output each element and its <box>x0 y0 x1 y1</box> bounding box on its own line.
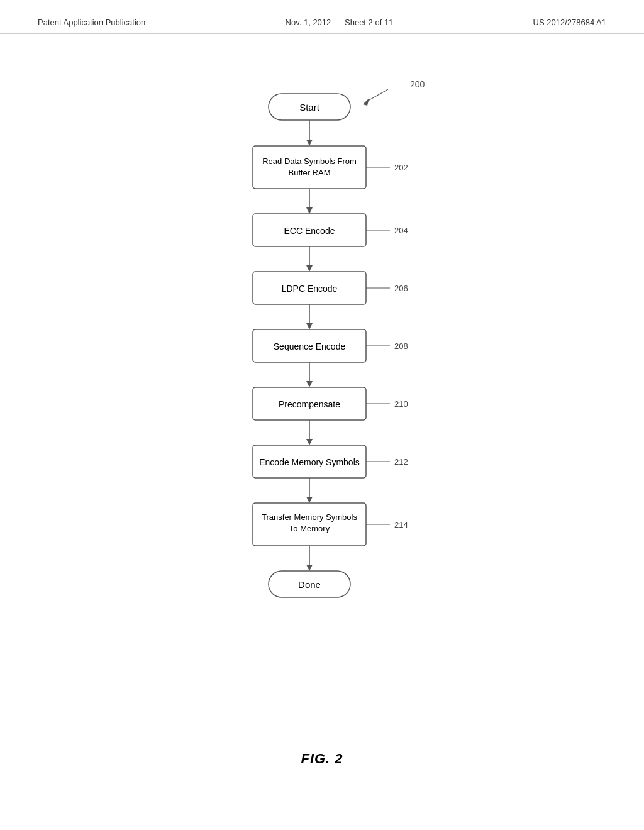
svg-marker-37 <box>306 439 313 445</box>
svg-marker-19 <box>306 265 313 272</box>
svg-text:Start: Start <box>299 102 320 113</box>
svg-marker-13 <box>306 208 313 214</box>
svg-text:Done: Done <box>298 579 321 590</box>
svg-marker-31 <box>306 381 313 387</box>
svg-text:Read Data Symbols From: Read Data Symbols From <box>262 157 357 166</box>
page-header: Patent Application Publication Nov. 1, 2… <box>0 0 644 34</box>
figure-label: FIG. 2 <box>301 751 343 767</box>
svg-text:212: 212 <box>394 457 408 467</box>
svg-marker-2 <box>363 98 369 106</box>
svg-text:ECC Encode: ECC Encode <box>284 226 335 236</box>
header-patent-number: US 2012/278684 A1 <box>533 18 606 27</box>
svg-text:Precompensate: Precompensate <box>279 399 340 409</box>
svg-rect-7 <box>253 146 366 189</box>
header-date-sheet: Nov. 1, 2012 Sheet 2 of 11 <box>286 18 394 27</box>
header-publication: Patent Application Publication <box>38 18 145 27</box>
svg-text:Buffer RAM: Buffer RAM <box>289 168 331 177</box>
svg-text:200: 200 <box>410 79 425 89</box>
svg-text:206: 206 <box>394 284 408 293</box>
svg-text:Encode Memory Symbols: Encode Memory Symbols <box>259 457 360 467</box>
svg-text:Sequence Encode: Sequence Encode <box>274 341 346 351</box>
svg-text:To Memory: To Memory <box>289 524 330 533</box>
svg-text:208: 208 <box>394 341 408 351</box>
svg-marker-50 <box>306 565 313 571</box>
svg-text:204: 204 <box>394 226 408 235</box>
svg-marker-25 <box>306 323 313 329</box>
svg-marker-6 <box>306 140 313 146</box>
header-date: Nov. 1, 2012 <box>286 18 331 27</box>
header-sheet: Sheet 2 of 11 <box>345 18 393 27</box>
svg-text:210: 210 <box>394 399 408 409</box>
diagram-area: 200 Start Read Data Symbols From Buffer … <box>0 34 644 792</box>
svg-text:LDPC Encode: LDPC Encode <box>282 284 338 294</box>
svg-line-1 <box>366 89 388 102</box>
svg-text:202: 202 <box>394 163 408 172</box>
svg-text:214: 214 <box>394 520 408 529</box>
svg-text:Transfer Memory Symbols: Transfer Memory Symbols <box>262 512 357 522</box>
svg-marker-43 <box>306 497 313 503</box>
flowchart-svg: 200 Start Read Data Symbols From Buffer … <box>165 59 479 738</box>
